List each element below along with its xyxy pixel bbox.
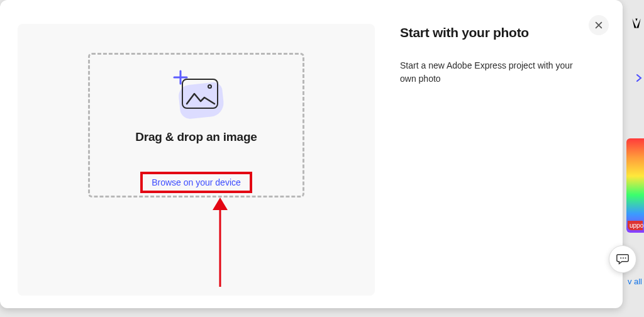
- view-all-link-fragment[interactable]: v all: [628, 277, 642, 286]
- modal-title: Start with your photo: [400, 25, 586, 40]
- svg-point-1: [620, 257, 621, 259]
- dropzone[interactable]: Drag & drop an image Browse on your devi…: [88, 53, 304, 197]
- annotation-arrow: [208, 195, 233, 288]
- modal-description: Start a new Adobe Express project with y…: [400, 59, 586, 86]
- upload-pane: Drag & drop an image Browse on your devi…: [0, 0, 392, 308]
- annotation-highlight-box: Browse on your device: [140, 172, 252, 193]
- close-button[interactable]: [589, 15, 609, 35]
- chat-icon: [616, 252, 630, 266]
- svg-point-3: [625, 257, 626, 259]
- promo-card-fragment: uppo: [626, 138, 644, 233]
- dropzone-title: Drag & drop an image: [135, 130, 257, 144]
- upload-card: Drag & drop an image Browse on your devi…: [18, 24, 375, 296]
- close-icon: [594, 21, 603, 30]
- chevron-right-icon: [635, 73, 643, 81]
- browse-device-link[interactable]: Browse on your device: [152, 177, 241, 187]
- start-with-photo-modal: Drag & drop an image Browse on your devi…: [0, 0, 623, 308]
- info-pane: Start with your photo Start a new Adobe …: [392, 0, 623, 308]
- image-add-icon: [168, 71, 225, 119]
- svg-point-2: [623, 257, 624, 259]
- promo-card-label: uppo: [628, 221, 643, 230]
- chat-button[interactable]: [609, 245, 636, 273]
- adobe-logo-icon: [630, 16, 643, 31]
